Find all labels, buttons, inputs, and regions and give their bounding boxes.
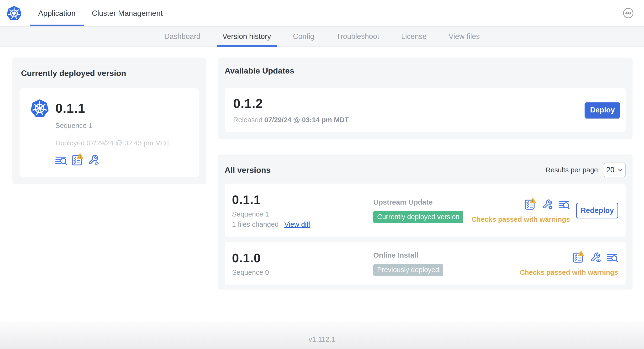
update-released-line: Released 07/29/24 @ 03:14 pm MDT	[233, 116, 349, 124]
deployed-timestamp: Deployed 07/29/24 @ 02:43 pm MDT	[56, 139, 189, 147]
tab-application[interactable]: Application	[30, 0, 84, 26]
status-badge-previously-deployed: Previously deployed	[373, 264, 443, 276]
tab-cluster-management[interactable]: Cluster Management	[84, 0, 171, 26]
row-version-number: 0.1.0	[232, 251, 373, 265]
subnav-tab-view-files-label: View files	[448, 32, 480, 41]
subnav-tab-version-history-label: Version history	[222, 32, 271, 41]
ellipsis-menu-button[interactable]	[622, 7, 634, 19]
files-changed-text: 1 files changed	[232, 220, 278, 228]
subnav-tab-troubleshoot[interactable]: Troubleshoot	[330, 26, 385, 46]
app-header: Application Cluster Management	[0, 0, 644, 26]
console-version: v1.112.1	[309, 335, 336, 343]
deployed-version-number: 0.1.1	[56, 101, 85, 116]
ellipsis-menu-icon	[623, 8, 634, 18]
version-row-0-1-0: 0.1.0 Sequence 0 Online Install Previous…	[224, 242, 626, 284]
chevron-down-icon	[618, 168, 623, 172]
redeploy-button[interactable]: Redeploy	[576, 203, 618, 218]
deploy-button[interactable]: Deploy	[584, 102, 620, 118]
row-sequence: Sequence 1	[232, 210, 373, 218]
currently-deployed-title: Currently deployed version	[21, 68, 199, 78]
tab-cluster-management-label: Cluster Management	[92, 9, 163, 18]
subnav-tab-troubleshoot-label: Troubleshoot	[336, 32, 379, 41]
subnav-tab-dashboard[interactable]: Dashboard	[158, 26, 206, 46]
update-version-number: 0.1.2	[233, 96, 349, 111]
view-config-icon[interactable]	[590, 252, 601, 263]
app-icon-kubernetes	[30, 98, 49, 118]
header-tabs: Application Cluster Management	[30, 0, 171, 26]
results-per-page-value: 20	[606, 166, 614, 174]
view-diff-link[interactable]: View diff	[284, 220, 310, 228]
deployed-sequence: Sequence 1	[56, 122, 189, 130]
subnav-tab-config-label: Config	[293, 32, 314, 41]
kubernetes-logo-icon	[6, 5, 22, 21]
preflight-checks-warning-icon[interactable]	[573, 251, 584, 263]
row-version-number: 0.1.1	[232, 193, 373, 207]
edit-config-icon[interactable]	[542, 199, 553, 210]
results-per-page-select[interactable]: 20	[604, 162, 626, 177]
subnav-tab-config[interactable]: Config	[287, 26, 320, 46]
all-versions-title: All versions	[224, 166, 271, 175]
subnav-tab-view-files[interactable]: View files	[443, 26, 485, 46]
diff-icon[interactable]	[607, 253, 618, 263]
update-row: 0.1.2 Released 07/29/24 @ 03:14 pm MDT D…	[224, 88, 626, 132]
tab-application-label: Application	[38, 9, 76, 18]
row-source-label: Upstream Update	[373, 198, 472, 206]
results-per-page-label: Results per page:	[546, 166, 600, 174]
row-source-label: Online Install	[373, 251, 520, 259]
diff-icon[interactable]	[56, 156, 67, 166]
subnav-tab-license-label: License	[401, 32, 427, 41]
deployed-version-panel: 0.1.1 Sequence 1 Deployed 07/29/24 @ 02:…	[20, 88, 199, 177]
subnav-tab-dashboard-label: Dashboard	[164, 32, 200, 41]
preflight-checks-warning-icon[interactable]	[72, 153, 84, 166]
released-prefix: Released	[233, 116, 264, 124]
preflight-status-text: Checks passed with warnings	[472, 216, 570, 224]
currently-deployed-card: Currently deployed version 0.1.1 Sequenc…	[12, 58, 206, 184]
version-row-0-1-1: 0.1.1 Sequence 1 1 files changed View di…	[224, 184, 626, 236]
available-updates-title: Available Updates	[224, 66, 626, 76]
app-subnav: Dashboard Version history Config Trouble…	[0, 26, 644, 47]
app-footer: v1.112.1	[0, 322, 644, 349]
status-badge-currently-deployed: Currently deployed version	[373, 211, 463, 223]
subnav-tab-version-history[interactable]: Version history	[217, 26, 277, 46]
available-updates-card: Available Updates 0.1.2 Released 07/29/2…	[218, 58, 632, 139]
right-column: Available Updates 0.1.2 Released 07/29/2…	[218, 58, 632, 290]
main-content: Currently deployed version 0.1.1 Sequenc…	[0, 47, 644, 290]
subnav-tab-license[interactable]: License	[396, 26, 432, 46]
released-date: 07/29/24 @ 03:14 pm MDT	[264, 116, 349, 124]
preflight-checks-warning-icon[interactable]	[525, 198, 536, 210]
preflight-status-text: Checks passed with warnings	[520, 268, 618, 276]
edit-config-icon[interactable]	[88, 154, 99, 166]
diff-icon[interactable]	[558, 200, 570, 210]
row-sequence: Sequence 0	[232, 268, 373, 276]
all-versions-card: All versions Results per page: 20 0.1.1 …	[218, 154, 632, 290]
